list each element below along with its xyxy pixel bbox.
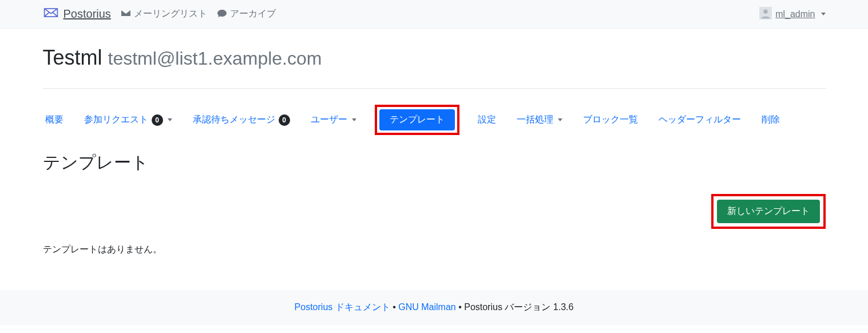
tab-ban-list-label: ブロック一覧: [583, 114, 638, 126]
tab-overview[interactable]: 概要: [43, 109, 66, 130]
divider: [43, 88, 826, 89]
tab-users-label: ユーザー: [311, 114, 347, 126]
caret-down-icon: [821, 13, 826, 15]
highlight-box-new-template: 新しいテンプレート: [711, 194, 826, 229]
tab-templates[interactable]: テンプレート: [379, 109, 455, 130]
tab-settings[interactable]: 設定: [475, 109, 498, 130]
new-template-button[interactable]: 新しいテンプレート: [717, 200, 820, 223]
tab-delete-label: 削除: [762, 114, 780, 126]
sub-requests-badge: 0: [152, 114, 163, 126]
footer-mailman-link[interactable]: GNU Mailman: [398, 302, 455, 312]
tab-templates-label: テンプレート: [390, 114, 445, 126]
tab-held-messages[interactable]: 承認待ちメッセージ 0: [191, 109, 292, 130]
mail-logo-icon: [43, 5, 59, 23]
new-template-button-label: 新しいテンプレート: [727, 206, 810, 216]
nav-mailing-lists-label: メーリングリスト: [134, 8, 207, 20]
footer-sep-1: •: [393, 302, 398, 312]
top-navbar: Postorius メーリングリスト アーカイブ ml_admin: [0, 0, 868, 29]
tab-delete[interactable]: 削除: [759, 109, 782, 130]
user-menu[interactable]: ml_admin: [759, 7, 825, 22]
tab-settings-label: 設定: [478, 114, 496, 126]
footer-version: 1.3.6: [553, 302, 574, 312]
tab-overview-label: 概要: [45, 114, 64, 126]
tab-header-filters-label: ヘッダーフィルター: [659, 114, 741, 126]
footer: Postorius ドキュメント • GNU Mailman • Postori…: [0, 290, 868, 325]
user-name: ml_admin: [775, 9, 815, 19]
envelope-icon: [121, 9, 130, 20]
footer-docs-link[interactable]: Postorius ドキュメント: [295, 302, 390, 312]
page-header: Testml testml@list1.example.com: [43, 29, 826, 77]
tab-ban-list[interactable]: ブロック一覧: [581, 109, 640, 130]
footer-sep-2: •: [458, 302, 464, 312]
brand-link[interactable]: Postorius: [43, 5, 111, 23]
section-title: テンプレート: [43, 151, 826, 175]
footer-version-prefix: Postorius バージョン: [464, 302, 553, 312]
caret-down-icon: [558, 118, 562, 121]
nav-archive[interactable]: アーカイブ: [217, 8, 276, 20]
comment-icon: [217, 9, 227, 20]
avatar-icon: [759, 7, 772, 22]
tab-header-filters[interactable]: ヘッダーフィルター: [656, 109, 743, 130]
list-address: testml@list1.example.com: [108, 48, 322, 69]
svg-point-1: [763, 9, 767, 13]
nav-archive-label: アーカイブ: [230, 8, 276, 20]
list-name: Testml: [43, 46, 102, 69]
held-messages-badge: 0: [279, 114, 290, 126]
highlight-box-templates: テンプレート: [375, 105, 459, 135]
tab-users[interactable]: ユーザー: [308, 109, 359, 130]
empty-message: テンプレートはありません。: [43, 244, 826, 256]
tab-held-messages-label: 承認待ちメッセージ: [193, 114, 275, 126]
nav-mailing-lists[interactable]: メーリングリスト: [121, 8, 207, 20]
list-tabs: 概要 参加リクエスト 0 承認待ちメッセージ 0 ユーザー テンプレート 設定 …: [43, 105, 826, 135]
caret-down-icon: [352, 118, 356, 121]
tab-sub-requests[interactable]: 参加リクエスト 0: [82, 109, 175, 130]
caret-down-icon: [168, 118, 172, 121]
tab-mass-ops-label: 一括処理: [517, 114, 553, 126]
tab-sub-requests-label: 参加リクエスト: [84, 114, 148, 126]
tab-mass-ops[interactable]: 一括処理: [514, 109, 565, 130]
brand-text: Postorius: [64, 7, 111, 21]
